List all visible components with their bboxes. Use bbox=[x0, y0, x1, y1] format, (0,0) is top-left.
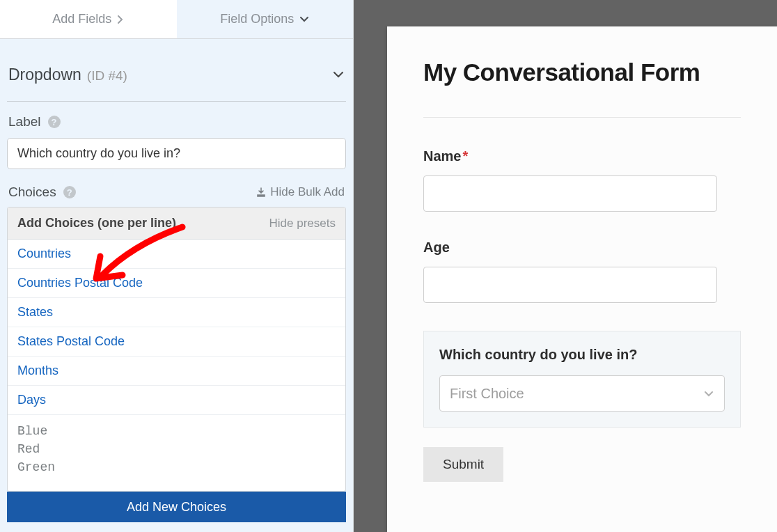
preset-countries-postal-code[interactable]: Countries Postal Code bbox=[8, 269, 345, 298]
choices-box: Add Choices (one per line) Hide presets … bbox=[7, 207, 346, 492]
chevron-right-icon bbox=[117, 15, 124, 24]
label-option-row: Label ? bbox=[7, 102, 346, 135]
hide-bulk-text: Hide Bulk Add bbox=[270, 185, 345, 199]
help-icon[interactable]: ? bbox=[63, 186, 76, 198]
required-indicator: * bbox=[462, 148, 468, 164]
preset-states-postal-code[interactable]: States Postal Code bbox=[8, 327, 345, 357]
choices-label: Choices bbox=[8, 185, 56, 200]
country-select-value: First Choice bbox=[450, 386, 524, 402]
age-label: Age bbox=[423, 240, 741, 256]
preview-panel: My Conversational Form Name* Age Which c… bbox=[354, 0, 777, 532]
country-select-wrapper: First Choice bbox=[439, 375, 725, 412]
section-title: Dropdown (ID #4) bbox=[8, 65, 127, 84]
preset-countries[interactable]: Countries bbox=[8, 240, 345, 269]
settings-sidebar: Add Fields Field Options Dropdown (ID #4… bbox=[0, 0, 354, 532]
label-input[interactable] bbox=[7, 138, 346, 169]
choices-box-header: Add Choices (one per line) Hide presets bbox=[8, 208, 345, 240]
choices-box-title: Add Choices (one per line) bbox=[17, 216, 176, 230]
country-label: Which country do you live in? bbox=[439, 347, 725, 363]
tabs: Add Fields Field Options bbox=[0, 0, 353, 39]
name-label: Name* bbox=[423, 148, 741, 164]
country-select[interactable]: First Choice bbox=[439, 375, 725, 412]
label-option-text: Label bbox=[8, 114, 41, 130]
hide-bulk-add-link[interactable]: Hide Bulk Add bbox=[256, 185, 345, 199]
preset-months[interactable]: Months bbox=[8, 357, 345, 386]
form-title: My Conversational Form bbox=[423, 58, 741, 118]
download-icon bbox=[256, 187, 266, 197]
name-label-text: Name bbox=[423, 148, 461, 164]
submit-button[interactable]: Submit bbox=[423, 447, 503, 482]
field-country-highlighted[interactable]: Which country do you live in? First Choi… bbox=[423, 331, 741, 428]
choices-header-left: Choices ? bbox=[8, 185, 76, 200]
field-age: Age bbox=[423, 240, 741, 303]
form-card: My Conversational Form Name* Age Which c… bbox=[387, 26, 777, 532]
tab-add-fields[interactable]: Add Fields bbox=[0, 0, 177, 38]
tab-field-options[interactable]: Field Options bbox=[177, 0, 354, 38]
chevron-down-icon bbox=[299, 16, 309, 23]
choices-textarea[interactable]: Blue Red Green bbox=[8, 415, 345, 488]
chevron-down-icon bbox=[332, 69, 345, 81]
preset-states[interactable]: States bbox=[8, 298, 345, 327]
help-icon[interactable]: ? bbox=[48, 116, 61, 128]
section-header[interactable]: Dropdown (ID #4) bbox=[7, 39, 346, 102]
hide-presets-link[interactable]: Hide presets bbox=[269, 217, 336, 230]
field-name: Name* bbox=[423, 148, 741, 212]
choices-header: Choices ? Hide Bulk Add bbox=[7, 179, 346, 207]
name-input[interactable] bbox=[423, 175, 717, 212]
preset-days[interactable]: Days bbox=[8, 386, 345, 415]
section-id: (ID #4) bbox=[87, 68, 127, 84]
chevron-down-icon bbox=[703, 386, 714, 402]
tab-add-fields-label: Add Fields bbox=[52, 12, 111, 26]
age-input[interactable] bbox=[423, 267, 717, 303]
panel-body: Dropdown (ID #4) Label ? Choices ? Hide … bbox=[0, 39, 353, 522]
add-new-choices-button[interactable]: Add New Choices bbox=[7, 492, 346, 522]
tab-field-options-label: Field Options bbox=[220, 12, 294, 26]
section-title-text: Dropdown bbox=[8, 65, 81, 84]
